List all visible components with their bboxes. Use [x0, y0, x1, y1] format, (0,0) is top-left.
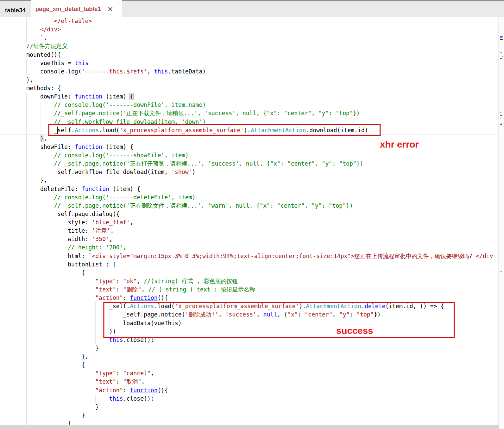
tab-table34[interactable]: _table34: [0, 3, 26, 18]
code-line[interactable]: </div>: [26, 25, 504, 34]
code-line[interactable]: "type": "cancel",: [26, 369, 504, 378]
code-line[interactable]: // console.log('-------showFile', item): [26, 151, 504, 160]
code-line[interactable]: // console.log('-------downFile', item.n…: [26, 101, 504, 109]
code-line[interactable]: width: '350',: [26, 235, 504, 243]
code-line[interactable]: vueThis = this: [26, 59, 504, 67]
tab-page-xm-detail-table1[interactable]: page_xm_detail_table1 ×: [31, 0, 122, 18]
code-line[interactable]: methods: {: [26, 84, 504, 92]
code-line[interactable]: html: `<div style="margin:15px 3% 0 3%;w…: [26, 252, 504, 260]
code-token: // height: '200',: [26, 244, 126, 251]
indent-guide: [82, 395, 82, 403]
code-line[interactable]: // console.log('-------deleteFile', item…: [26, 193, 504, 202]
indent-guide: [26, 269, 27, 277]
code-line[interactable]: downFile: function (item) {: [26, 92, 504, 101]
indent-guide: [54, 218, 54, 227]
code-line[interactable]: </el-table>: [26, 17, 504, 25]
code-editor[interactable]: </el-table> </div> `,//组件方法定义mounted(){ …: [0, 17, 504, 429]
code-line[interactable]: },: [26, 353, 504, 361]
code-line[interactable]: // _self.page.notice('正在打开预览，请稍候...', 's…: [26, 160, 504, 168]
indent-guide: [40, 395, 40, 403]
indent-guide: [54, 395, 54, 403]
indent-guide: [54, 269, 54, 277]
annotation-label-xhr-error: xhr error: [380, 139, 419, 150]
code-line[interactable]: showFile: function (item) {: [26, 143, 504, 151]
indent-guide: [68, 344, 68, 353]
indent-guide: [68, 277, 68, 285]
code-line[interactable]: "action": function(){: [26, 294, 504, 302]
indent-guide: [54, 403, 54, 411]
code-line[interactable]: _self.workflow_file_dowload(item, 'show'…: [26, 168, 504, 176]
code-line[interactable]: {: [26, 361, 504, 369]
code-token: (){: [157, 387, 168, 394]
code-line[interactable]: {: [26, 269, 504, 277]
code-token: // console.log('-------showFile', item): [26, 152, 188, 159]
indent-guide: [40, 210, 40, 218]
indent-guide: [54, 243, 54, 252]
code-token: ,: [137, 278, 144, 284]
code-line[interactable]: },: [26, 176, 504, 185]
indent-guide: [26, 328, 27, 336]
minimap-scrollbar[interactable]: [498, 17, 504, 429]
indent-guide: [26, 395, 27, 403]
code-token: .tableData): [168, 68, 206, 75]
indent-guide: [26, 361, 27, 369]
code-token: ,: [110, 227, 114, 234]
horizontal-scrollbar[interactable]: [0, 425, 499, 429]
code-line[interactable]: "action": function(){: [26, 386, 504, 395]
indent-guide: [54, 319, 54, 328]
code-line[interactable]: "text": "取消",: [26, 378, 504, 386]
code-token: function: [130, 294, 157, 301]
code-token: function: [75, 93, 102, 100]
indent-guide: [82, 344, 82, 353]
code-line[interactable]: }: [26, 411, 504, 420]
minimap-mark: [501, 34, 503, 34]
code-area[interactable]: </el-table> </div> `,//组件方法定义mounted(){ …: [26, 17, 504, 428]
code-line[interactable]: title: '注意',: [26, 227, 504, 235]
code-token: console.log(: [26, 68, 82, 75]
indent-guide: [26, 277, 27, 285]
code-token: //(string) 样式 , 彩色底的按钮: [144, 278, 238, 284]
code-token: ,: [130, 219, 133, 226]
close-icon[interactable]: ×: [107, 6, 113, 13]
code-token: ,: [147, 68, 154, 75]
indent-guide: [40, 252, 40, 260]
code-token: function: [130, 387, 157, 394]
code-line[interactable]: mounted(){: [26, 51, 504, 59]
code-line[interactable]: },: [26, 76, 504, 84]
code-line[interactable]: //_self.page.notice('正在下载文件，请稍候...', 'su…: [26, 109, 504, 118]
code-line[interactable]: // _self.page.notice('正在删除文件，请稍候...', 'w…: [26, 202, 504, 210]
code-token: this: [109, 395, 123, 402]
code-token: }: [26, 345, 99, 352]
indent-guide: [95, 328, 96, 336]
code-line[interactable]: // height: '200',: [26, 243, 504, 252]
code-line[interactable]: _self.page.dialog({: [26, 210, 504, 218]
code-token: this: [75, 60, 88, 66]
indent-guide: [26, 369, 27, 378]
minimap-mark: [500, 115, 502, 116]
code-token: }: [26, 412, 85, 419]
indent-guide: [95, 319, 96, 328]
code-line[interactable]: console.log('-------this.$refs', this.ta…: [26, 67, 504, 76]
code-line[interactable]: style: 'blue_flat',: [26, 218, 504, 227]
code-token: function: [75, 144, 102, 150]
code-line[interactable]: `,: [26, 34, 504, 42]
indent-guide: [54, 285, 54, 294]
indent-guide: [82, 310, 82, 319]
code-line[interactable]: //组件方法定义: [26, 42, 504, 50]
indent-guide: [40, 269, 40, 277]
indent-guide: [26, 185, 27, 193]
code-line[interactable]: "text": "删除", // ( string ) text : 按钮显示名…: [26, 285, 504, 294]
indent-guide: [40, 294, 40, 302]
code-line[interactable]: "type": "ok", //(string) 样式 , 彩色底的按钮: [26, 277, 504, 285]
code-line[interactable]: }: [26, 344, 504, 353]
indent-guide: [26, 151, 27, 160]
code-line[interactable]: }: [26, 403, 504, 411]
code-line[interactable]: buttonList : [: [26, 260, 504, 269]
code-token: :: [116, 286, 123, 293]
code-line[interactable]: deleteFile: function (item) {: [26, 185, 504, 193]
indent-guide: [26, 243, 27, 252]
indent-guide: [54, 310, 54, 319]
code-line[interactable]: this.close();: [26, 395, 504, 403]
code-token: }: [40, 135, 43, 142]
indent-guide: [26, 344, 27, 353]
